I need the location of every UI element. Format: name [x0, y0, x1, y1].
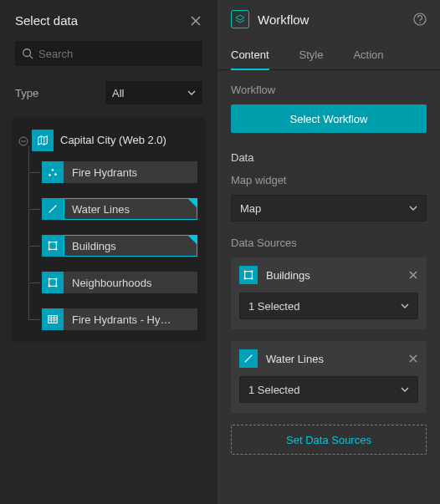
workflow-icon [231, 10, 249, 28]
data-source-selected-value: 1 Selected [248, 384, 299, 396]
svg-point-26 [419, 22, 420, 23]
svg-point-14 [55, 248, 57, 250]
close-icon[interactable] [408, 270, 418, 280]
search-input-wrap[interactable] [15, 41, 202, 66]
svg-point-16 [48, 277, 49, 279]
search-icon [22, 48, 33, 59]
data-source-header: Water Lines [239, 349, 418, 368]
data-sources-label: Data Sources [231, 237, 427, 249]
type-select[interactable]: All [105, 81, 202, 104]
layer-row[interactable]: Fire Hydrants [42, 161, 197, 183]
data-source-card: Water Lines1 Selected [231, 341, 427, 413]
layer-label[interactable]: Buildings [64, 235, 197, 257]
line-icon [239, 349, 258, 368]
type-select-value: All [112, 87, 124, 99]
tab-action[interactable]: Action [353, 42, 383, 69]
type-label: Type [15, 87, 105, 99]
layer-label[interactable]: Neighbourhoods [64, 272, 197, 293]
layer-row[interactable]: Fire Hydrants - Hy… [42, 308, 197, 330]
svg-rect-10 [49, 242, 57, 250]
map-widget-select[interactable]: Map [231, 195, 427, 221]
svg-point-0 [23, 49, 31, 57]
svg-point-19 [55, 285, 57, 287]
svg-point-17 [55, 277, 57, 279]
layer-row[interactable]: Water Lines [42, 198, 197, 220]
data-source-name: Water Lines [266, 353, 408, 365]
data-source-select[interactable]: 1 Selected [239, 376, 418, 403]
table-icon [42, 308, 64, 330]
close-icon[interactable] [408, 354, 418, 364]
svg-line-1 [30, 56, 33, 59]
chevron-down-icon [409, 204, 417, 212]
svg-rect-27 [245, 272, 253, 279]
type-filter-row: Type All [0, 74, 217, 115]
layer-label[interactable]: Fire Hydrants - Hy… [64, 308, 197, 330]
layer-row[interactable]: Neighbourhoods [42, 272, 197, 293]
tab-style[interactable]: Style [299, 42, 324, 69]
help-icon[interactable] [413, 13, 427, 26]
set-data-sources-button[interactable]: Set Data Sources [231, 425, 427, 455]
chevron-down-icon [401, 302, 409, 310]
svg-point-28 [243, 270, 245, 272]
map-widget-value: Map [240, 202, 261, 215]
svg-point-29 [251, 270, 253, 272]
chevron-down-icon [187, 89, 196, 97]
layer-label[interactable]: Fire Hydrants [64, 161, 197, 183]
svg-point-11 [48, 241, 49, 242]
tabs: ContentStyleAction [217, 42, 440, 70]
data-section-label: Data [231, 151, 427, 164]
polygon-icon [42, 272, 64, 293]
tree-root-label[interactable]: Capital City (Web 2.0) [60, 130, 166, 151]
point-icon [42, 161, 64, 183]
layer-label[interactable]: Water Lines [64, 198, 197, 220]
workflow-title: Workflow [258, 13, 413, 27]
svg-point-18 [48, 285, 49, 287]
workflow-section-label: Workflow [231, 84, 427, 96]
data-source-card: Buildings1 Selected [231, 257, 427, 329]
svg-point-31 [251, 277, 253, 279]
polygon-icon [42, 235, 64, 257]
data-source-selected-value: 1 Selected [248, 300, 299, 313]
svg-point-30 [243, 277, 245, 279]
select-data-panel: Select data Type All Capital City (Web 2… [0, 0, 217, 504]
data-tree: Capital City (Web 2.0) Fire HydrantsWate… [12, 118, 206, 342]
tab-content[interactable]: Content [231, 42, 269, 69]
workflow-body: Workflow Select Workflow Data Map widget… [217, 70, 440, 504]
chevron-down-icon [401, 385, 409, 394]
map-widget-label: Map widget [231, 174, 427, 186]
tree-children: Fire HydrantsWater LinesBuildingsNeighbo… [42, 161, 197, 330]
svg-line-32 [245, 355, 253, 363]
data-source-header: Buildings [239, 266, 418, 284]
data-source-select[interactable]: 1 Selected [239, 293, 418, 319]
svg-point-8 [54, 173, 57, 176]
data-sources-list: Buildings1 SelectedWater Lines1 Selected [231, 257, 427, 413]
close-icon[interactable] [189, 14, 202, 28]
svg-rect-20 [49, 316, 58, 323]
select-workflow-button[interactable]: Select Workflow [231, 104, 427, 133]
polygon-icon [239, 266, 258, 284]
svg-point-6 [49, 174, 51, 176]
svg-point-12 [55, 241, 57, 242]
data-source-name: Buildings [266, 269, 408, 282]
tree-root-row: Capital City (Web 2.0) [17, 130, 197, 151]
workflow-panel: Workflow ContentStyleAction Workflow Sel… [217, 0, 440, 504]
layer-row[interactable]: Buildings [42, 235, 197, 257]
svg-line-9 [49, 206, 57, 213]
search-input[interactable] [38, 48, 196, 60]
svg-rect-15 [49, 279, 57, 287]
svg-point-13 [48, 248, 49, 250]
map-icon [32, 130, 54, 151]
select-data-header: Select data [0, 0, 217, 36]
line-icon [42, 198, 64, 220]
select-data-title: Select data [15, 13, 78, 28]
workflow-header: Workflow [217, 0, 440, 35]
svg-point-7 [52, 169, 54, 171]
